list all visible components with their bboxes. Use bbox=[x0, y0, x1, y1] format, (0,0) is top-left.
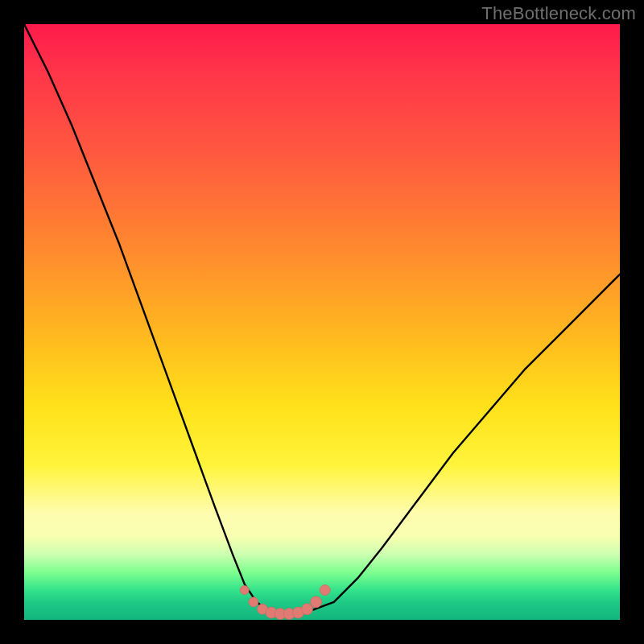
flat-zone-marker bbox=[320, 585, 330, 596]
bottleneck-curve bbox=[24, 24, 620, 614]
flat-zone-marker bbox=[240, 586, 249, 595]
flat-zone-marker bbox=[249, 597, 258, 607]
chart-svg bbox=[24, 24, 620, 620]
flat-zone-markers bbox=[240, 585, 330, 620]
chart-stage: TheBottleneck.com bbox=[0, 0, 644, 644]
plot-area bbox=[24, 24, 620, 620]
flat-zone-marker bbox=[311, 597, 322, 608]
watermark-text: TheBottleneck.com bbox=[481, 3, 636, 24]
